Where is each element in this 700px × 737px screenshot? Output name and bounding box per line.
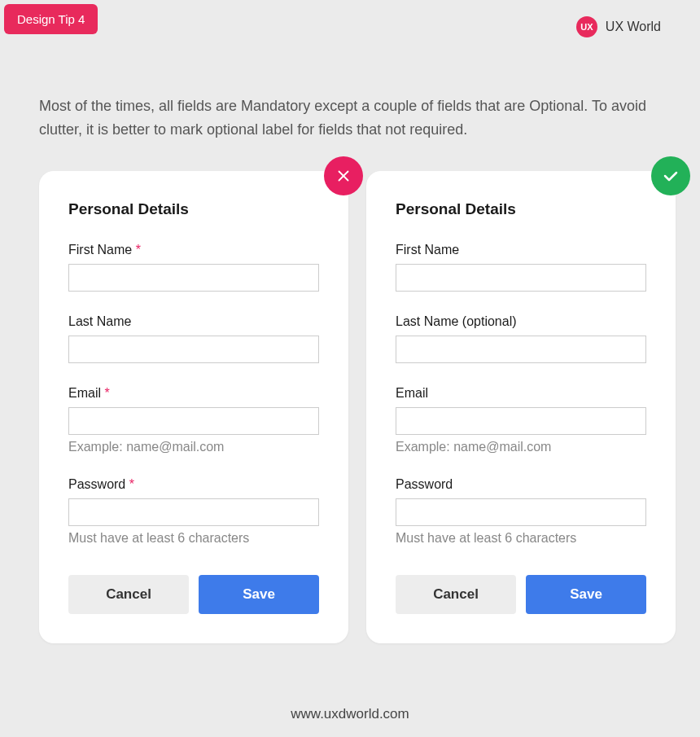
last-name-input[interactable] — [68, 336, 319, 363]
first-name-group: First Name — [396, 243, 646, 292]
last-name-input[interactable] — [396, 336, 646, 363]
tip-description: Most of the times, all fields are Mandat… — [39, 94, 661, 142]
form-card-good: Personal Details First Name Last Name (o… — [366, 171, 676, 643]
check-icon — [651, 156, 690, 195]
password-hint: Must have at least 6 characters — [396, 531, 646, 546]
last-name-label: Last Name — [68, 314, 319, 329]
footer-url: www.uxdworld.com — [0, 706, 700, 722]
email-group: Email * Example: name@mail.com — [68, 386, 319, 454]
first-name-input[interactable] — [396, 264, 646, 292]
last-name-group: Last Name — [68, 314, 319, 363]
brand-name: UX World — [606, 20, 661, 34]
email-input[interactable] — [396, 407, 646, 435]
email-label: Email * — [68, 386, 319, 401]
password-label: Password * — [68, 477, 319, 492]
password-label: Password — [396, 477, 646, 492]
save-button[interactable]: Save — [199, 575, 319, 614]
email-group: Email Example: name@mail.com — [396, 386, 646, 454]
last-name-label: Last Name (optional) — [396, 314, 646, 329]
password-input[interactable] — [396, 498, 646, 526]
password-input[interactable] — [68, 498, 319, 526]
first-name-label: First Name * — [68, 243, 319, 257]
required-asterisk: * — [104, 386, 109, 400]
email-input[interactable] — [68, 407, 319, 435]
password-group: Password * Must have at least 6 characte… — [68, 477, 319, 546]
design-tip-badge: Design Tip 4 — [4, 4, 98, 34]
cross-icon — [324, 156, 363, 195]
required-asterisk: * — [136, 243, 141, 257]
first-name-group: First Name * — [68, 243, 319, 292]
cards-container: Personal Details First Name * Last Name … — [39, 171, 677, 643]
ux-logo-icon: UX — [576, 16, 597, 37]
cancel-button[interactable]: Cancel — [396, 575, 516, 614]
button-row: Cancel Save — [396, 575, 646, 614]
first-name-input[interactable] — [68, 264, 319, 292]
last-name-group: Last Name (optional) — [396, 314, 646, 363]
password-group: Password Must have at least 6 characters — [396, 477, 646, 546]
brand: UX UX World — [576, 16, 661, 37]
card-title: Personal Details — [396, 200, 646, 218]
save-button[interactable]: Save — [526, 575, 646, 614]
required-asterisk: * — [129, 477, 134, 491]
email-hint: Example: name@mail.com — [68, 440, 319, 454]
cancel-button[interactable]: Cancel — [68, 575, 189, 614]
form-card-bad: Personal Details First Name * Last Name … — [39, 171, 348, 643]
button-row: Cancel Save — [68, 575, 319, 614]
password-hint: Must have at least 6 characters — [68, 531, 319, 546]
email-hint: Example: name@mail.com — [396, 440, 646, 454]
email-label: Email — [396, 386, 646, 401]
first-name-label: First Name — [396, 243, 646, 257]
card-title: Personal Details — [68, 200, 319, 218]
